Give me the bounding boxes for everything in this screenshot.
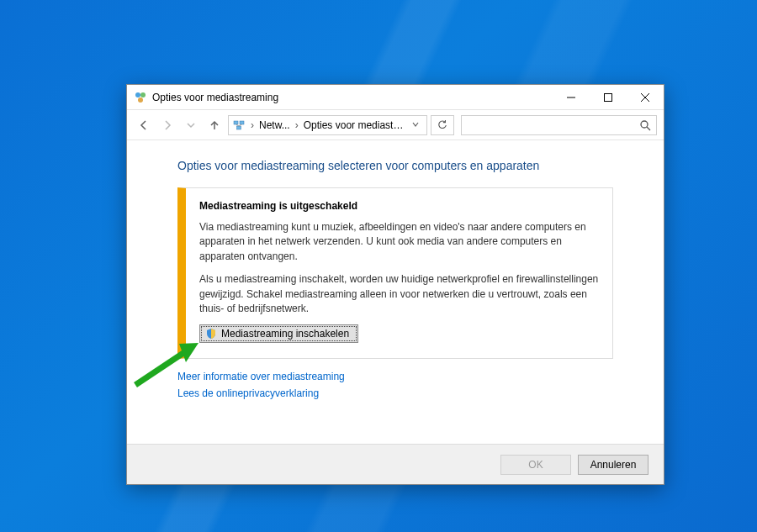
- network-icon: [232, 119, 246, 132]
- titlebar: Opties voor mediastreaming: [127, 85, 664, 110]
- enable-media-streaming-button[interactable]: Mediastreaming inschakelen: [199, 324, 358, 343]
- svg-point-1: [140, 92, 146, 97]
- breadcrumb-separator: ›: [249, 119, 256, 131]
- maximize-button[interactable]: [590, 85, 627, 110]
- svg-rect-4: [605, 93, 612, 101]
- address-bar[interactable]: › Netw... › Opties voor mediastre...: [228, 115, 427, 135]
- breadcrumb-item[interactable]: Netw...: [259, 119, 290, 131]
- svg-line-11: [236, 124, 240, 126]
- enable-button-label: Mediastreaming inschakelen: [221, 328, 349, 340]
- links-section: Meer informatie over mediastreaming Lees…: [177, 369, 613, 401]
- back-button[interactable]: [134, 115, 154, 135]
- minimize-button[interactable]: [553, 85, 590, 110]
- recent-locations-button[interactable]: [181, 115, 201, 135]
- media-streaming-panel: Mediastreaming is uitgeschakeld Via medi…: [177, 187, 613, 359]
- ok-button[interactable]: OK: [500, 455, 571, 475]
- refresh-button[interactable]: [431, 115, 454, 135]
- svg-line-12: [239, 124, 242, 126]
- breadcrumb-item[interactable]: Opties voor mediastre...: [304, 119, 405, 131]
- media-streaming-options-window: Opties voor mediastreaming: [126, 84, 664, 485]
- app-icon: [134, 91, 147, 104]
- svg-rect-9: [240, 121, 244, 124]
- search-input[interactable]: [461, 115, 657, 135]
- svg-rect-8: [234, 121, 238, 124]
- more-info-link[interactable]: Meer informatie over mediastreaming: [177, 369, 613, 385]
- navigation-bar: › Netw... › Opties voor mediastre...: [127, 110, 664, 140]
- svg-point-0: [135, 92, 140, 97]
- chevron-down-icon[interactable]: [408, 119, 423, 131]
- privacy-link[interactable]: Lees de onlineprivacyverklaring: [177, 386, 613, 402]
- breadcrumb-separator: ›: [294, 119, 300, 131]
- search-icon: [639, 119, 651, 131]
- cancel-button[interactable]: Annuleren: [578, 455, 648, 475]
- svg-line-14: [647, 127, 650, 130]
- panel-description-2: Als u mediastreaming inschakelt, worden …: [199, 272, 599, 316]
- panel-description-1: Via mediastreaming kunt u muziek, afbeel…: [199, 220, 599, 264]
- svg-point-2: [138, 97, 143, 103]
- content-area: Opties voor mediastreaming selecteren vo…: [127, 140, 664, 444]
- forward-button[interactable]: [157, 115, 177, 135]
- panel-title: Mediastreaming is uitgeschakeld: [199, 200, 599, 212]
- window-title: Opties voor mediastreaming: [152, 92, 278, 103]
- svg-rect-10: [237, 126, 241, 129]
- svg-point-13: [641, 121, 648, 128]
- shield-icon: [205, 328, 217, 340]
- up-button[interactable]: [204, 115, 225, 135]
- close-button[interactable]: [627, 85, 664, 110]
- dialog-button-bar: OK Annuleren: [127, 444, 664, 484]
- page-heading: Opties voor mediastreaming selecteren vo…: [177, 159, 613, 172]
